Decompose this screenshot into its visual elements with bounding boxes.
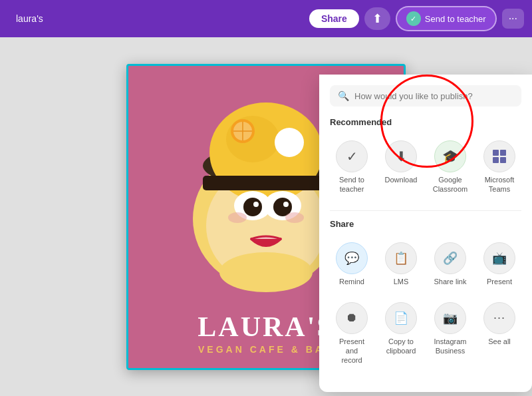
send-teacher-option-label: Send toteacher [339, 175, 364, 194]
copy-clipboard-icon-circle: 📄 [385, 302, 417, 334]
recommended-section-title: Recommended [330, 117, 521, 127]
navbar: laura's Share ⬆ ✓ Send to teacher ··· [0, 0, 532, 37]
teacher-icon: ✓ [406, 11, 421, 26]
svg-point-5 [275, 128, 304, 157]
design-text-area: LAURA'S VEGAN CAFE & BAR [198, 311, 334, 355]
google-classroom-icon-circle: 🎓 [434, 140, 466, 172]
send-teacher-icon-circle: ✓ [336, 140, 368, 172]
svg-point-18 [285, 212, 304, 223]
share-link-option[interactable]: 🔗 Share link [428, 237, 472, 292]
search-input[interactable] [354, 91, 513, 101]
download-icon: ⬇ [396, 148, 407, 164]
see-all-icon-circle: ··· [483, 302, 515, 334]
search-icon: 🔍 [338, 91, 349, 101]
remind-option[interactable]: 💬 Remind [330, 237, 374, 292]
lms-option-label: LMS [394, 277, 409, 286]
instagram-option-label: InstagramBusiness [434, 337, 467, 356]
send-to-teacher-option[interactable]: ✓ Send toteacher [330, 135, 374, 200]
recommended-grid: ✓ Send toteacher ⬇ Download 🎓 GoogleClas… [330, 135, 521, 200]
present-record-option[interactable]: ⏺ Present andrecord [330, 297, 374, 371]
present-record-icon-circle: ⏺ [336, 302, 368, 334]
instagram-option[interactable]: 📷 InstagramBusiness [428, 297, 472, 371]
svg-point-13 [243, 198, 262, 216]
svg-point-19 [219, 252, 313, 292]
remind-option-label: Remind [339, 277, 364, 286]
microsoft-teams-icon-circle [483, 140, 515, 172]
copy-clipboard-icon: 📄 [394, 311, 408, 325]
remind-icon: 💬 [344, 251, 359, 266]
main-area: LAURA'S VEGAN CAFE & BAR 🔍 Recommended ✓… [0, 37, 532, 396]
nav-title: laura's [16, 13, 43, 24]
upload-button[interactable]: ⬆ [364, 7, 390, 30]
present-icon-circle: 📺 [483, 242, 515, 274]
share-grid: 💬 Remind 📋 LMS 🔗 Share link 📺 [330, 237, 521, 371]
svg-rect-10 [203, 176, 329, 190]
section-divider [330, 210, 521, 211]
svg-point-17 [228, 212, 247, 223]
send-to-teacher-button[interactable]: ✓ Send to teacher [396, 6, 497, 31]
search-bar[interactable]: 🔍 [330, 85, 521, 106]
download-icon-circle: ⬇ [385, 140, 417, 172]
present-record-icon: ⏺ [346, 311, 358, 325]
send-teacher-checkmark-icon: ✓ [346, 148, 358, 164]
share-link-icon: 🔗 [443, 251, 458, 266]
present-record-option-label: Present andrecord [332, 337, 371, 365]
present-option-label: Present [487, 277, 512, 286]
lms-icon: 📋 [394, 251, 408, 266]
microsoft-teams-option[interactable]: MicrosoftTeams [477, 135, 521, 200]
lms-icon-circle: 📋 [385, 242, 417, 274]
remind-icon-circle: 💬 [336, 242, 368, 274]
share-section-title: Share [330, 219, 521, 229]
copy-clipboard-option-label: Copy toclipboard [386, 337, 416, 356]
present-option[interactable]: 📺 Present [477, 237, 521, 292]
present-icon: 📺 [492, 251, 507, 266]
instagram-icon-circle: 📷 [434, 302, 466, 334]
share-link-icon-circle: 🔗 [434, 242, 466, 274]
lms-option[interactable]: 📋 LMS [379, 237, 423, 292]
more-options-button[interactable]: ··· [502, 9, 524, 29]
design-main-title: LAURA'S [198, 311, 334, 343]
svg-point-15 [253, 202, 259, 207]
svg-point-16 [283, 202, 289, 207]
more-icon: ··· [509, 13, 517, 24]
design-sub-title: VEGAN CAFE & BAR [198, 344, 334, 355]
see-all-option-label: See all [488, 337, 511, 346]
copy-clipboard-option[interactable]: 📄 Copy toclipboard [379, 297, 423, 371]
download-option-label: Download [385, 175, 418, 184]
microsoft-teams-option-label: MicrosoftTeams [485, 175, 515, 194]
see-all-option[interactable]: ··· See all [477, 297, 521, 371]
send-teacher-label: Send to teacher [425, 14, 486, 24]
upload-icon: ⬆ [372, 12, 382, 25]
google-classroom-option[interactable]: 🎓 GoogleClassroom [428, 135, 472, 200]
share-button[interactable]: Share [309, 9, 359, 28]
instagram-icon: 📷 [443, 311, 458, 325]
download-option[interactable]: ⬇ Download [379, 135, 423, 200]
see-all-icon: ··· [493, 311, 505, 325]
teams-icon [493, 150, 506, 163]
google-classroom-option-label: GoogleClassroom [433, 175, 468, 194]
share-link-option-label: Share link [434, 277, 467, 286]
google-classroom-icon: 🎓 [442, 148, 459, 164]
publish-dropdown: 🔍 Recommended ✓ Send toteacher ⬇ Downloa… [319, 75, 532, 392]
